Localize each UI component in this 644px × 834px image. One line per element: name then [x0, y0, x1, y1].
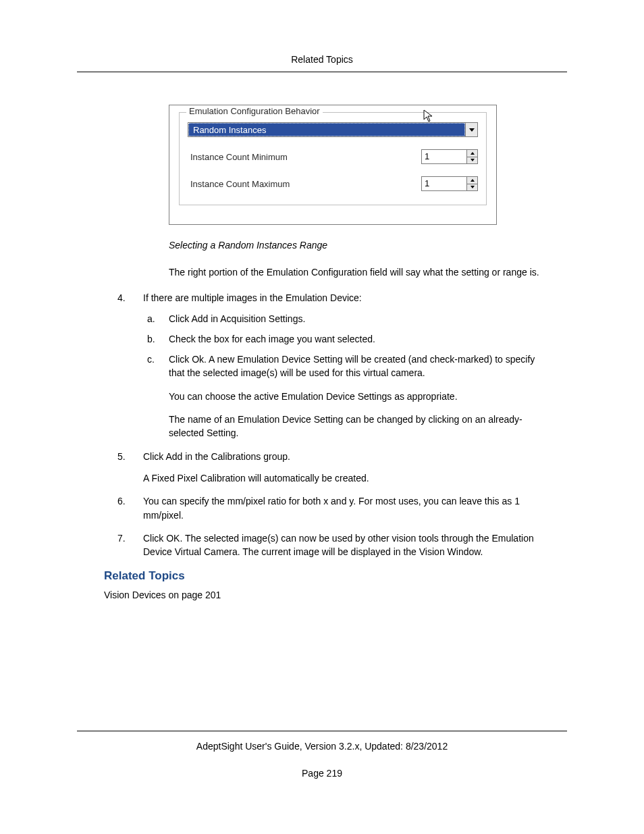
list-number: 5.: [117, 450, 126, 463]
fieldset-legend: Emulation Configuration Behavior: [186, 106, 323, 116]
instance-max-spinner[interactable]: 1: [421, 176, 478, 191]
combobox-dropdown-button[interactable]: [465, 123, 477, 136]
chevron-down-icon: [469, 128, 475, 132]
content-area: Emulation Configuration Behavior Random …: [77, 105, 567, 600]
spinner-buttons: [466, 150, 477, 163]
sub-number: b.: [147, 332, 155, 346]
list-number: 4.: [117, 291, 126, 305]
sub-paragraph: You can choose the active Emulation Devi…: [169, 390, 543, 403]
list-text: You can specify the mm/pixel ratio for b…: [143, 496, 520, 520]
sub-item-b: b. Check the box for each image you want…: [143, 332, 543, 346]
sub-item-a: a. Click Add in Acquisition Settings.: [143, 312, 543, 325]
sub-paragraph: A Fixed Pixel Calibration will automatic…: [143, 471, 543, 485]
list-text: Click OK. The selected image(s) can now …: [143, 533, 534, 557]
paragraph: The right portion of the Emulation Confi…: [169, 265, 543, 279]
instance-max-label: Instance Count Maximum: [190, 179, 290, 189]
sub-number: a.: [147, 312, 155, 325]
embedded-screenshot: Emulation Configuration Behavior Random …: [169, 105, 497, 225]
related-topics-heading: Related Topics: [104, 569, 543, 583]
sub-item-c: c. Click Ok. A new Emulation Device Sett…: [143, 353, 543, 440]
instance-min-spinner[interactable]: 1: [421, 149, 478, 164]
triangle-down-icon: [471, 186, 475, 188]
instance-max-value[interactable]: 1: [422, 177, 466, 190]
page-header-title: Related Topics: [77, 54, 567, 65]
footer-line-1: AdeptSight User's Guide, Version 3.2.x, …: [77, 741, 567, 752]
cursor-icon: [423, 109, 435, 126]
list-text: If there are multiple images in the Emul…: [143, 292, 362, 303]
spinner-down-button[interactable]: [467, 184, 477, 191]
footer-page-number: Page 219: [77, 768, 567, 779]
sub-paragraph: The name of an Emulation Device Setting …: [169, 413, 543, 440]
footer-rule: [77, 731, 567, 731]
instance-min-label: Instance Count Minimum: [190, 152, 288, 162]
triangle-up-icon: [471, 152, 475, 155]
spinner-down-button[interactable]: [467, 157, 477, 164]
page: Related Topics Emulation Configuration B…: [0, 0, 644, 834]
list-number: 7.: [117, 531, 126, 545]
header-rule: [77, 72, 567, 72]
triangle-up-icon: [471, 179, 475, 182]
instance-min-value[interactable]: 1: [422, 150, 466, 163]
sub-text: Check the box for each image you want se…: [169, 334, 375, 344]
spinner-up-button[interactable]: [467, 177, 477, 184]
sub-number: c.: [147, 353, 155, 366]
emulation-config-fieldset: Emulation Configuration Behavior Random …: [179, 112, 487, 205]
sub-text: Click Add in Acquisition Settings.: [169, 313, 305, 324]
list-item-4: 4. If there are multiple images in the E…: [104, 291, 543, 440]
list-item-6: 6. You can specify the mm/pixel ratio fo…: [104, 494, 543, 522]
list-number: 6.: [117, 494, 126, 508]
page-footer: AdeptSight User's Guide, Version 3.2.x, …: [77, 731, 567, 795]
instance-min-row: Instance Count Minimum 1: [188, 149, 478, 164]
sub-text: Click Ok. A new Emulation Device Setting…: [169, 354, 535, 378]
list-item-7: 7. Click OK. The selected image(s) can n…: [104, 531, 543, 559]
list-text: Click Add in the Calibrations group.: [143, 451, 290, 462]
instance-max-row: Instance Count Maximum 1: [188, 176, 478, 191]
triangle-down-icon: [471, 159, 475, 161]
ordered-list: 4. If there are multiple images in the E…: [104, 291, 543, 558]
spinner-buttons: [466, 177, 477, 190]
list-item-5: 5. Click Add in the Calibrations group. …: [104, 450, 543, 486]
related-link[interactable]: Vision Devices on page 201: [104, 590, 543, 600]
sub-list: a. Click Add in Acquisition Settings. b.…: [143, 312, 543, 440]
figure-caption: Selecting a Random Instances Range: [169, 240, 543, 251]
spinner-up-button[interactable]: [467, 150, 477, 157]
